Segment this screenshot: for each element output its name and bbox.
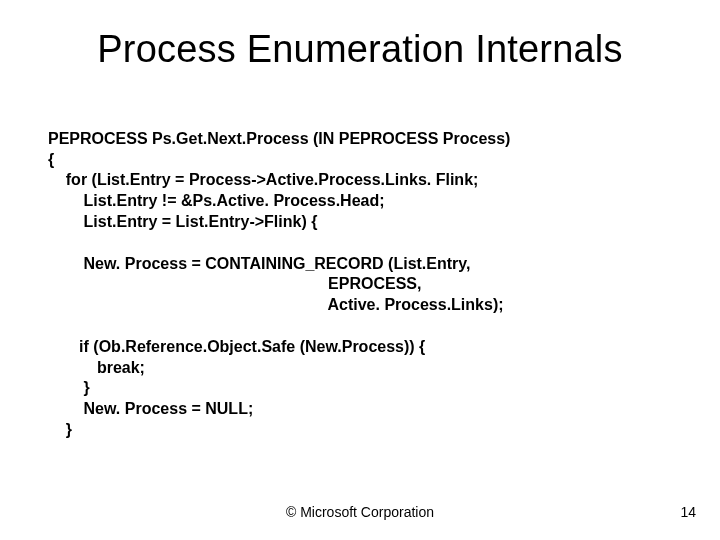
page-number: 14 bbox=[680, 504, 696, 520]
code-line: List.Entry = List.Entry->Flink) { bbox=[48, 213, 317, 230]
code-line: PEPROCESS Ps.Get.Next.Process (IN PEPROC… bbox=[48, 130, 510, 147]
code-line: } bbox=[48, 421, 72, 438]
code-line: List.Entry != &Ps.Active. Process.Head; bbox=[48, 192, 385, 209]
footer-copyright: © Microsoft Corporation bbox=[0, 504, 720, 520]
code-line: Active. Process.Links); bbox=[48, 296, 504, 313]
slide: Process Enumeration Internals PEPROCESS … bbox=[0, 0, 720, 540]
code-line: EPROCESS, bbox=[48, 275, 421, 292]
slide-title: Process Enumeration Internals bbox=[0, 28, 720, 71]
code-line: New. Process = CONTAINING_RECORD (List.E… bbox=[48, 255, 470, 272]
code-block: PEPROCESS Ps.Get.Next.Process (IN PEPROC… bbox=[48, 108, 680, 441]
code-line: break; bbox=[48, 359, 145, 376]
code-line: if (Ob.Reference.Object.Safe (New.Proces… bbox=[48, 338, 425, 355]
code-line: New. Process = NULL; bbox=[48, 400, 253, 417]
code-line: for (List.Entry = Process->Active.Proces… bbox=[48, 171, 478, 188]
code-line: } bbox=[48, 379, 90, 396]
code-line: { bbox=[48, 151, 54, 168]
